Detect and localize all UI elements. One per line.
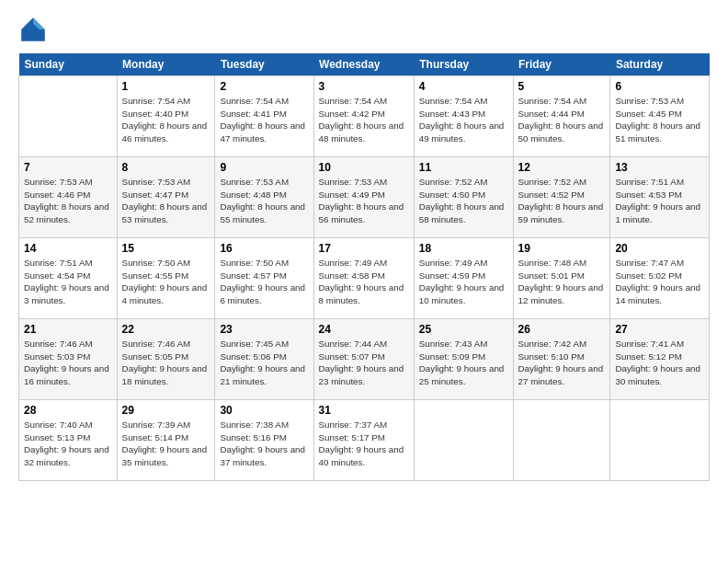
calendar-cell: 29Sunrise: 7:39 AMSunset: 5:14 PMDayligh… xyxy=(117,400,215,481)
day-number: 17 xyxy=(319,242,409,255)
day-info: Sunrise: 7:54 AMSunset: 4:41 PMDaylight:… xyxy=(220,95,308,145)
calendar-cell: 27Sunrise: 7:41 AMSunset: 5:12 PMDayligh… xyxy=(610,319,710,400)
calendar-cell: 9Sunrise: 7:53 AMSunset: 4:48 PMDaylight… xyxy=(215,157,313,238)
day-number: 14 xyxy=(24,242,112,255)
day-number: 2 xyxy=(220,80,308,93)
calendar-cell: 8Sunrise: 7:53 AMSunset: 4:47 PMDaylight… xyxy=(117,157,215,238)
page: SundayMondayTuesdayWednesdayThursdayFrid… xyxy=(0,0,728,563)
calendar-table: SundayMondayTuesdayWednesdayThursdayFrid… xyxy=(18,53,710,481)
calendar-cell: 3Sunrise: 7:54 AMSunset: 4:42 PMDaylight… xyxy=(313,76,414,157)
day-info: Sunrise: 7:54 AMSunset: 4:44 PMDaylight:… xyxy=(518,95,606,145)
weekday-header-monday: Monday xyxy=(117,53,215,76)
day-info: Sunrise: 7:39 AMSunset: 5:14 PMDaylight:… xyxy=(122,419,210,469)
day-info: Sunrise: 7:37 AMSunset: 5:17 PMDaylight:… xyxy=(319,419,409,469)
day-number: 16 xyxy=(220,242,308,255)
day-number: 10 xyxy=(319,161,409,174)
day-info: Sunrise: 7:44 AMSunset: 5:07 PMDaylight:… xyxy=(319,338,409,388)
calendar-cell: 6Sunrise: 7:53 AMSunset: 4:45 PMDaylight… xyxy=(610,76,710,157)
day-number: 18 xyxy=(419,242,508,255)
calendar-week-row: 21Sunrise: 7:46 AMSunset: 5:03 PMDayligh… xyxy=(19,319,710,400)
calendar-cell: 11Sunrise: 7:52 AMSunset: 4:50 PMDayligh… xyxy=(414,157,513,238)
calendar-week-row: 28Sunrise: 7:40 AMSunset: 5:13 PMDayligh… xyxy=(19,400,710,481)
day-number: 6 xyxy=(615,80,704,93)
day-info: Sunrise: 7:48 AMSunset: 5:01 PMDaylight:… xyxy=(518,257,606,307)
calendar-cell: 26Sunrise: 7:42 AMSunset: 5:10 PMDayligh… xyxy=(513,319,610,400)
calendar-cell: 18Sunrise: 7:49 AMSunset: 4:59 PMDayligh… xyxy=(414,238,513,319)
day-number: 30 xyxy=(220,404,308,417)
day-info: Sunrise: 7:43 AMSunset: 5:09 PMDaylight:… xyxy=(419,338,508,388)
calendar-cell: 16Sunrise: 7:50 AMSunset: 4:57 PMDayligh… xyxy=(215,238,313,319)
day-info: Sunrise: 7:51 AMSunset: 4:53 PMDaylight:… xyxy=(615,176,704,226)
day-info: Sunrise: 7:40 AMSunset: 5:13 PMDaylight:… xyxy=(24,419,112,469)
calendar-cell: 1Sunrise: 7:54 AMSunset: 4:40 PMDaylight… xyxy=(117,76,215,157)
day-info: Sunrise: 7:53 AMSunset: 4:45 PMDaylight:… xyxy=(615,95,704,145)
day-info: Sunrise: 7:50 AMSunset: 4:55 PMDaylight:… xyxy=(122,257,210,307)
day-number: 27 xyxy=(615,323,704,336)
day-info: Sunrise: 7:54 AMSunset: 4:40 PMDaylight:… xyxy=(122,95,210,145)
day-info: Sunrise: 7:49 AMSunset: 4:59 PMDaylight:… xyxy=(419,257,508,307)
day-info: Sunrise: 7:53 AMSunset: 4:49 PMDaylight:… xyxy=(319,176,409,226)
calendar-cell xyxy=(610,400,710,481)
calendar-cell: 19Sunrise: 7:48 AMSunset: 5:01 PMDayligh… xyxy=(513,238,610,319)
day-number: 8 xyxy=(122,161,210,174)
weekday-header-wednesday: Wednesday xyxy=(313,53,414,76)
calendar-cell: 15Sunrise: 7:50 AMSunset: 4:55 PMDayligh… xyxy=(117,238,215,319)
day-info: Sunrise: 7:45 AMSunset: 5:06 PMDaylight:… xyxy=(220,338,308,388)
day-number: 5 xyxy=(518,80,606,93)
weekday-header-saturday: Saturday xyxy=(610,53,710,76)
day-number: 15 xyxy=(122,242,210,255)
day-info: Sunrise: 7:49 AMSunset: 4:58 PMDaylight:… xyxy=(319,257,409,307)
calendar-cell: 30Sunrise: 7:38 AMSunset: 5:16 PMDayligh… xyxy=(215,400,313,481)
day-number: 20 xyxy=(615,242,704,255)
day-number: 31 xyxy=(319,404,409,417)
day-info: Sunrise: 7:54 AMSunset: 4:42 PMDaylight:… xyxy=(319,95,409,145)
calendar-cell xyxy=(513,400,610,481)
day-info: Sunrise: 7:51 AMSunset: 4:54 PMDaylight:… xyxy=(24,257,112,307)
calendar-cell: 21Sunrise: 7:46 AMSunset: 5:03 PMDayligh… xyxy=(19,319,118,400)
logo xyxy=(18,15,51,44)
day-number: 11 xyxy=(419,161,508,174)
calendar-cell xyxy=(414,400,513,481)
calendar-week-row: 7Sunrise: 7:53 AMSunset: 4:46 PMDaylight… xyxy=(19,157,710,238)
header xyxy=(18,15,710,44)
calendar-cell: 2Sunrise: 7:54 AMSunset: 4:41 PMDaylight… xyxy=(215,76,313,157)
day-number: 29 xyxy=(122,404,210,417)
weekday-header-tuesday: Tuesday xyxy=(215,53,313,76)
day-info: Sunrise: 7:41 AMSunset: 5:12 PMDaylight:… xyxy=(615,338,704,388)
calendar-week-row: 1Sunrise: 7:54 AMSunset: 4:40 PMDaylight… xyxy=(19,76,710,157)
day-info: Sunrise: 7:42 AMSunset: 5:10 PMDaylight:… xyxy=(518,338,606,388)
day-info: Sunrise: 7:50 AMSunset: 4:57 PMDaylight:… xyxy=(220,257,308,307)
calendar-week-row: 14Sunrise: 7:51 AMSunset: 4:54 PMDayligh… xyxy=(19,238,710,319)
day-number: 9 xyxy=(220,161,308,174)
calendar-cell: 22Sunrise: 7:46 AMSunset: 5:05 PMDayligh… xyxy=(117,319,215,400)
calendar-cell: 20Sunrise: 7:47 AMSunset: 5:02 PMDayligh… xyxy=(610,238,710,319)
day-info: Sunrise: 7:52 AMSunset: 4:50 PMDaylight:… xyxy=(419,176,508,226)
day-info: Sunrise: 7:47 AMSunset: 5:02 PMDaylight:… xyxy=(615,257,704,307)
calendar-cell: 23Sunrise: 7:45 AMSunset: 5:06 PMDayligh… xyxy=(215,319,313,400)
calendar-cell: 12Sunrise: 7:52 AMSunset: 4:52 PMDayligh… xyxy=(513,157,610,238)
calendar-cell: 25Sunrise: 7:43 AMSunset: 5:09 PMDayligh… xyxy=(414,319,513,400)
day-info: Sunrise: 7:46 AMSunset: 5:05 PMDaylight:… xyxy=(122,338,210,388)
weekday-header-thursday: Thursday xyxy=(414,53,513,76)
calendar-cell xyxy=(19,76,118,157)
calendar-cell: 4Sunrise: 7:54 AMSunset: 4:43 PMDaylight… xyxy=(414,76,513,157)
day-number: 24 xyxy=(319,323,409,336)
calendar-header-row: SundayMondayTuesdayWednesdayThursdayFrid… xyxy=(19,53,710,76)
day-info: Sunrise: 7:46 AMSunset: 5:03 PMDaylight:… xyxy=(24,338,112,388)
day-number: 1 xyxy=(122,80,210,93)
day-info: Sunrise: 7:53 AMSunset: 4:47 PMDaylight:… xyxy=(122,176,210,226)
day-number: 25 xyxy=(419,323,508,336)
day-info: Sunrise: 7:54 AMSunset: 4:43 PMDaylight:… xyxy=(419,95,508,145)
day-number: 21 xyxy=(24,323,112,336)
day-number: 3 xyxy=(319,80,409,93)
day-info: Sunrise: 7:38 AMSunset: 5:16 PMDaylight:… xyxy=(220,419,308,469)
calendar-cell: 28Sunrise: 7:40 AMSunset: 5:13 PMDayligh… xyxy=(19,400,118,481)
calendar-cell: 7Sunrise: 7:53 AMSunset: 4:46 PMDaylight… xyxy=(19,157,118,238)
calendar-cell: 10Sunrise: 7:53 AMSunset: 4:49 PMDayligh… xyxy=(313,157,414,238)
calendar-cell: 17Sunrise: 7:49 AMSunset: 4:58 PMDayligh… xyxy=(313,238,414,319)
calendar-cell: 24Sunrise: 7:44 AMSunset: 5:07 PMDayligh… xyxy=(313,319,414,400)
day-info: Sunrise: 7:53 AMSunset: 4:46 PMDaylight:… xyxy=(24,176,112,226)
day-number: 22 xyxy=(122,323,210,336)
day-number: 4 xyxy=(419,80,508,93)
calendar-cell: 5Sunrise: 7:54 AMSunset: 4:44 PMDaylight… xyxy=(513,76,610,157)
